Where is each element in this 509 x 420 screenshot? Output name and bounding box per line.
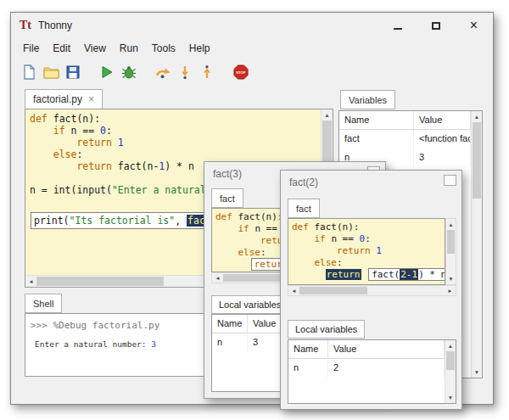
code-token [215, 223, 238, 234]
scrollbar-thumb[interactable] [473, 122, 481, 199]
tab-close-icon[interactable]: × [88, 94, 94, 104]
scroll-up-icon[interactable]: ▲ [445, 340, 456, 351]
table-cell: 2 [328, 359, 445, 378]
frame-horizontal-scrollbar[interactable]: ◄ ► [288, 285, 456, 296]
menu-tools[interactable]: Tools [145, 40, 182, 57]
tab-variables[interactable]: Variables [340, 90, 395, 109]
code-token: : [365, 233, 371, 244]
shell-prompt: >>> [31, 320, 53, 331]
code-line: def fact(n): [30, 113, 321, 125]
column-header[interactable]: Name [212, 315, 248, 333]
code-token: else [315, 257, 338, 268]
maximize-button[interactable] [417, 13, 455, 38]
code-token [30, 125, 53, 137]
frame-code[interactable]: def fact(n): if n == 0: return 1 else: r… [288, 218, 445, 285]
titlebar[interactable]: Tt Thonny × [11, 13, 493, 38]
dialog-title: fact(3) [213, 168, 242, 180]
scroll-down-icon[interactable]: ▼ [446, 273, 456, 284]
code-token: n == [331, 233, 359, 244]
scroll-left-icon[interactable]: ◄ [212, 273, 223, 283]
open-file-button[interactable] [40, 61, 62, 83]
code-line: if n == 0: [292, 233, 445, 245]
scroll-down-icon[interactable]: ▼ [472, 367, 482, 378]
close-button[interactable]: × [455, 13, 493, 38]
table-row[interactable]: fact<function fact a [339, 130, 471, 148]
scrollbar-thumb[interactable] [446, 351, 455, 370]
variables-vertical-scrollbar[interactable]: ▲ ▼ [471, 111, 482, 378]
step-out-button[interactable] [196, 61, 218, 83]
column-header[interactable]: Value [328, 340, 445, 358]
column-header[interactable]: Name [288, 340, 328, 358]
code-token: return [326, 269, 361, 280]
tab-factorial-py[interactable]: factorial.py × [25, 89, 103, 109]
local-variables-label: Local variables [211, 295, 288, 314]
tab-fact[interactable]: fact [288, 199, 320, 218]
scroll-down-icon[interactable]: ▼ [445, 392, 456, 403]
frame-tabbar: fact [288, 199, 320, 218]
menu-view[interactable]: View [77, 40, 113, 57]
local-variables-label: Local variables [288, 320, 365, 339]
scrollbar-thumb[interactable] [36, 277, 164, 286]
table-row[interactable]: n2 [288, 359, 445, 378]
code-token: : [337, 257, 343, 268]
scrollbar-thumb[interactable] [447, 230, 455, 254]
code-token: : [260, 247, 266, 258]
frame-vertical-scrollbar[interactable]: ▲ ▼ [445, 218, 456, 285]
table-header-row: NameValue [339, 111, 471, 130]
local-variables-table[interactable]: NameValuen2 [288, 340, 445, 378]
step-over-button[interactable] [152, 61, 174, 83]
scroll-right-icon[interactable]: ► [445, 286, 456, 295]
scrollbar-track[interactable] [446, 230, 456, 273]
table-cell: n [212, 333, 248, 352]
run-button[interactable] [96, 61, 118, 83]
tab-fact[interactable]: fact [211, 188, 243, 208]
step-out-icon [200, 65, 214, 79]
column-header[interactable]: Value [414, 111, 471, 129]
scrollbar-track[interactable] [299, 286, 445, 295]
scrollbar-track[interactable] [472, 122, 482, 367]
maximize-icon [432, 22, 440, 30]
menu-edit[interactable]: Edit [46, 40, 77, 57]
new-file-button[interactable] [18, 61, 40, 83]
code-token [30, 137, 76, 148]
menu-help[interactable]: Help [182, 40, 217, 57]
scroll-left-icon[interactable]: ◄ [288, 286, 299, 295]
variables-tabbar: Variables [340, 90, 395, 109]
code-token: (n): [337, 221, 360, 232]
shell-tabbar: Shell [25, 294, 62, 313]
locals-vertical-scrollbar[interactable]: ▲ ▼ [445, 340, 456, 403]
code-token: 0 [100, 125, 106, 137]
code-token: ) * n [165, 160, 194, 172]
scrollbar-thumb[interactable] [299, 287, 367, 294]
menu-file[interactable]: File [16, 40, 46, 57]
save-button[interactable] [62, 61, 84, 83]
code-token: ) * n [418, 269, 445, 280]
new-file-icon [23, 64, 36, 80]
stop-button[interactable]: STOP [230, 61, 252, 83]
scroll-left-icon[interactable]: ◄ [25, 276, 36, 287]
code-token: print( [34, 215, 70, 227]
scroll-up-icon[interactable]: ▲ [446, 219, 456, 230]
debug-button[interactable] [118, 61, 140, 83]
scrollbar-track[interactable] [445, 351, 456, 392]
dialog-close-button[interactable] [444, 175, 456, 186]
tab-shell[interactable]: Shell [25, 294, 62, 313]
minimize-button[interactable] [378, 13, 417, 38]
step-into-icon [178, 65, 192, 79]
code-token: 1 [118, 137, 124, 148]
code-token: 2-1 [400, 269, 418, 280]
menu-run[interactable]: Run [113, 40, 145, 57]
code-token: fact [315, 221, 338, 232]
code-token [215, 235, 260, 246]
shell-command: %Debug factorial.py [53, 320, 160, 331]
scroll-up-icon[interactable]: ▲ [472, 111, 482, 122]
code-token: def [215, 211, 238, 222]
code-token [215, 259, 249, 270]
window-controls: × [378, 13, 493, 38]
code-token [292, 269, 326, 280]
variables-table[interactable]: NameValuefact<function fact an3 [339, 111, 471, 167]
minimize-icon [394, 28, 402, 30]
column-header[interactable]: Name [339, 111, 414, 129]
scroll-up-icon[interactable]: ▲ [322, 109, 333, 120]
step-into-button[interactable] [174, 61, 196, 83]
